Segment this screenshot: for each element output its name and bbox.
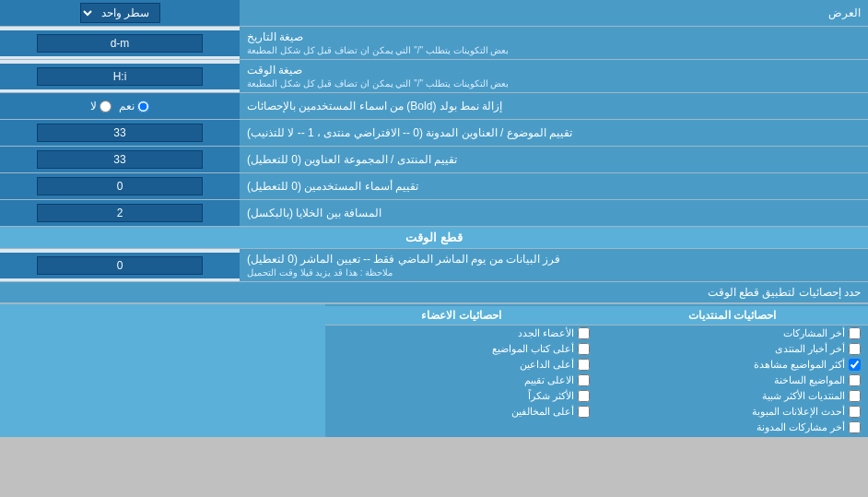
checkbox-item: الأعضاء الجدد (325, 325, 596, 341)
checkbox-most-viewed[interactable] (849, 359, 861, 371)
checkbox-col-members: احصائيات الاعضاء الأعضاء الجدد أعلى كتاب… (325, 304, 596, 437)
checkbox-item: أخر مشاركات المدونة (597, 420, 868, 435)
checkbox-item: أحدث الإعلانات المبوبة (597, 404, 868, 420)
bold-no-text: لا (90, 100, 97, 112)
checkbox-top-writers[interactable] (578, 343, 590, 355)
forum-sort-label: تقييم الموضوع / العناوين المدونة (0 -- ا… (240, 120, 868, 146)
cell-distance-input[interactable]: 2 (37, 204, 203, 222)
date-format-label: صيغة التاريخ بعض التكوينات يتطلب "/" الت… (240, 27, 868, 59)
checkbox-label: أكثر المواضيع مشاهدة (754, 359, 845, 371)
checkbox-section: احصائيات المنتديات أخر المشاركات أخر أخب… (0, 303, 868, 437)
cut-input-wrap: 0 (0, 253, 240, 278)
checkbox-col2-header: احصائيات الاعضاء (325, 306, 596, 325)
bold-radio-yes[interactable] (137, 101, 149, 112)
time-format-label-wrap: صيغة الوقت بعض التكوينات يتطلب "/" التي … (247, 64, 509, 89)
cut-section-header: قطع الوقت (0, 227, 868, 249)
checkbox-label: الاعلى تقييم (524, 374, 574, 386)
checkbox-item: الاعلى تقييم (325, 373, 596, 388)
date-format-label-wrap: صيغة التاريخ بعض التكوينات يتطلب "/" الت… (247, 30, 509, 55)
checkbox-label: أخر المشاركات (783, 327, 845, 339)
checkbox-item: الأكثر شكراً (325, 388, 596, 404)
checkbox-label: أحدث الإعلانات المبوبة (752, 406, 845, 418)
time-format-note: بعض التكوينات يتطلب "/" التي يمكن ان تضا… (247, 78, 509, 89)
bold-yes-text: نعم (119, 100, 135, 112)
forum-group-sort-label: تقييم المنتدى / المجموعة العناوين (0 للت… (240, 147, 868, 172)
checkbox-most-thanks[interactable] (578, 390, 590, 402)
checkbox-top-inviters[interactable] (578, 359, 590, 371)
header-select-wrap: سطر واحد سطرين ثلاثة أسطر (0, 0, 240, 26)
checkbox-label: أخر أخبار المنتدى (775, 343, 845, 355)
user-sort-row: تقييم أسماء المستخدمين (0 للتعطيل) 0 (0, 173, 868, 200)
cut-row: فرز البيانات من يوم الماشر الماضي فقط --… (0, 249, 868, 282)
header-label: العرض (240, 3, 868, 23)
checkbox-item: المواضيع الساخنة (597, 373, 868, 388)
checkbox-item: أعلى كتاب المواضيع (325, 341, 596, 357)
cut-label-wrap: فرز البيانات من يوم الماشر الماضي فقط --… (247, 253, 560, 278)
date-format-input-wrap: d-m (0, 30, 240, 56)
date-format-title: صيغة التاريخ (247, 30, 303, 43)
checkbox-item: أخر أخبار المنتدى (597, 341, 868, 357)
checkbox-similar-forums[interactable] (849, 390, 861, 402)
time-format-input[interactable]: H:i (37, 67, 203, 86)
display-select[interactable]: سطر واحد سطرين ثلاثة أسطر (80, 3, 160, 23)
forum-sort-input-wrap: 33 (0, 120, 240, 146)
header-row: العرض سطر واحد سطرين ثلاثة أسطر (0, 0, 868, 27)
checkbox-last-news[interactable] (849, 343, 861, 355)
checkbox-top-violators[interactable] (578, 406, 590, 418)
checkbox-col1-header: احصائيات المنتديات (597, 306, 868, 325)
bold-remove-label: إزالة نمط بولد (Bold) من اسماء المستخدمي… (240, 93, 868, 119)
checkbox-item: المنتديات الأكثر شبية (597, 388, 868, 404)
cut-note-text: ملاحظة : هذا قد يزيد قيلا وقت التحميل (247, 267, 393, 278)
main-container: العرض سطر واحد سطرين ثلاثة أسطر صيغة الت… (0, 0, 868, 437)
checkbox-new-members[interactable] (578, 327, 590, 339)
time-format-label: صيغة الوقت بعض التكوينات يتطلب "/" التي … (240, 60, 868, 92)
checkbox-item: أعلى المخالفين (325, 404, 596, 420)
checkbox-label: أعلى الداعين (520, 359, 574, 371)
checkbox-last-posts[interactable] (849, 327, 861, 339)
cut-input[interactable]: 0 (37, 256, 203, 275)
user-sort-input[interactable]: 0 (37, 177, 203, 195)
bold-remove-row: إزالة نمط بولد (Bold) من اسماء المستخدمي… (0, 93, 868, 120)
time-format-row: صيغة الوقت بعض التكوينات يتطلب "/" التي … (0, 60, 868, 93)
date-format-note: بعض التكوينات يتطلب "/" التي يمكن ان تضا… (247, 45, 509, 55)
user-sort-input-wrap: 0 (0, 173, 240, 199)
checkbox-label: أعلى كتاب المواضيع (492, 343, 574, 355)
date-format-input[interactable]: d-m (37, 34, 203, 53)
user-sort-label: تقييم أسماء المستخدمين (0 للتعطيل) (240, 173, 868, 199)
bold-remove-input-wrap: نعم لا (0, 93, 240, 119)
bold-radio-group: نعم لا (90, 100, 149, 112)
forum-sort-row: تقييم الموضوع / العناوين المدونة (0 -- ا… (0, 120, 868, 147)
checkbox-col-right (0, 304, 325, 437)
bold-radio-no-label[interactable]: لا (90, 100, 111, 112)
bold-radio-yes-label[interactable]: نعم (119, 100, 149, 112)
checkbox-label: المواضيع الساخنة (774, 374, 845, 386)
time-format-title: صيغة الوقت (247, 64, 302, 77)
cell-distance-row: المسافة بين الخلايا (بالبكسل) 2 (0, 200, 868, 227)
checkbox-latest-ads[interactable] (849, 406, 861, 418)
checkbox-label: المنتديات الأكثر شبية (762, 390, 845, 402)
forum-group-sort-input-wrap: 33 (0, 147, 240, 172)
forum-sort-input[interactable]: 33 (37, 124, 203, 142)
forum-group-sort-input[interactable]: 33 (37, 150, 203, 169)
checkbox-col-forums: احصائيات المنتديات أخر المشاركات أخر أخب… (597, 304, 868, 437)
checkbox-item: أكثر المواضيع مشاهدة (597, 357, 868, 373)
bold-radio-no[interactable] (100, 101, 111, 112)
checkbox-label: الأعضاء الجدد (518, 327, 574, 339)
checkbox-hot-topics[interactable] (849, 374, 861, 386)
checkbox-item: أخر المشاركات (597, 325, 868, 341)
checkbox-label: أعلى المخالفين (511, 406, 574, 418)
cell-distance-input-wrap: 2 (0, 200, 240, 226)
checkbox-label: الأكثر شكراً (528, 390, 574, 402)
time-format-input-wrap: H:i (0, 64, 240, 89)
date-format-row: صيغة التاريخ بعض التكوينات يتطلب "/" الت… (0, 27, 868, 60)
cut-label-text: فرز البيانات من يوم الماشر الماضي فقط --… (247, 253, 560, 266)
cell-distance-label: المسافة بين الخلايا (بالبكسل) (240, 200, 868, 226)
limit-label: حدد إحصائيات لتطبيق قطع الوقت (0, 282, 868, 302)
checkbox-label: أخر مشاركات المدونة (757, 421, 845, 433)
checkbox-item: أعلى الداعين (325, 357, 596, 373)
cut-row-label: فرز البيانات من يوم الماشر الماضي فقط --… (240, 249, 868, 281)
limit-row: حدد إحصائيات لتطبيق قطع الوقت (0, 282, 868, 303)
forum-group-sort-row: تقييم المنتدى / المجموعة العناوين (0 للت… (0, 147, 868, 173)
checkbox-top-rated[interactable] (578, 374, 590, 386)
checkbox-blog-posts[interactable] (849, 421, 861, 433)
